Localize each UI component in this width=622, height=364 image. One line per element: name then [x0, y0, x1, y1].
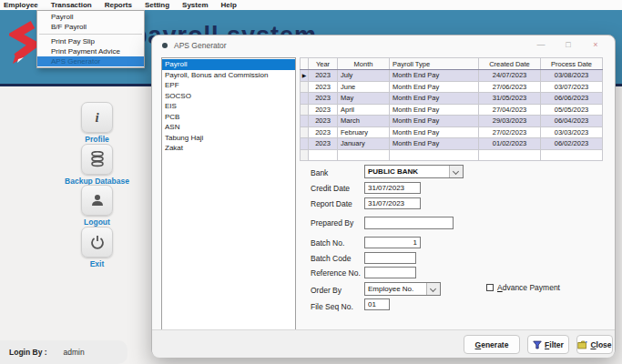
cell-month: June [338, 81, 390, 93]
cell-month: July [338, 70, 390, 82]
cell-payroll-type: Month End Pay [390, 138, 479, 150]
database-icon [90, 151, 105, 167]
advance-payment-label: Advance Payment [497, 283, 560, 292]
chevron-down-icon[interactable] [449, 166, 463, 177]
cell-year: 2023 [309, 104, 338, 116]
row-selector-header [301, 58, 309, 70]
list-item-payroll[interactable]: Payroll [162, 59, 295, 70]
col-year: Year [309, 58, 338, 70]
menu-item-print-payment-advice[interactable]: Print Payment Advice [37, 46, 144, 56]
app-icon [162, 43, 168, 48]
menu-item-aps-generator[interactable]: APS Generator [37, 56, 144, 66]
close-icon[interactable]: × [587, 38, 604, 51]
table-row[interactable]: 2023 March Month End Pay 29/03/2023 06/0… [301, 116, 603, 127]
menu-bar: Employee Transaction Reports Setting Sys… [0, 0, 622, 10]
dialog-footer: Generate Filter Close [152, 329, 615, 358]
order-by-select[interactable]: Employee No. [364, 282, 441, 296]
profile-button[interactable]: i [81, 102, 113, 133]
aps-generator-dialog: APS Generator — □ × Payroll Payroll, Bon… [151, 35, 616, 357]
funnel-icon [533, 340, 542, 349]
maximize-icon[interactable]: □ [560, 38, 576, 51]
cell-payroll-type: Month End Pay [390, 116, 479, 127]
current-row-arrow-icon: ▶ [302, 73, 307, 78]
minimize-icon[interactable]: — [533, 38, 549, 51]
credit-date-field[interactable] [364, 182, 421, 194]
menu-system[interactable]: System [182, 1, 208, 9]
list-item-socso[interactable]: SOCSO [162, 91, 295, 102]
dialog-titlebar[interactable]: APS Generator — □ × [152, 35, 615, 56]
chevron-down-icon[interactable] [426, 283, 440, 295]
backup-database-button[interactable] [81, 144, 113, 175]
batch-code-field[interactable] [364, 252, 416, 264]
dialog-title: APS Generator [174, 41, 227, 50]
list-item-eis[interactable]: EIS [162, 101, 295, 112]
col-created-date: Created Date [479, 58, 541, 70]
table-row[interactable]: 2023 June Month End Pay 27/06/2023 03/07… [301, 81, 603, 93]
cell-payroll-type: Month End Pay [390, 93, 479, 105]
prepared-by-label: Prepared By [311, 218, 353, 228]
cell-year: 2023 [309, 93, 338, 105]
logout-label: Logout [33, 217, 161, 227]
col-process-date: Process Date [541, 58, 603, 70]
cell-process-date: 03/07/2023 [541, 81, 603, 93]
list-item-epf[interactable]: EPF [162, 80, 295, 91]
cell-created-date: 27/06/2023 [479, 81, 541, 93]
exit-label: Exit [33, 259, 161, 268]
cell-process-date: 03/03/2023 [541, 126, 603, 138]
cell-payroll-type: Month End Pay [390, 70, 479, 82]
file-seq-no-field[interactable] [364, 298, 390, 310]
list-item-tabung-haji[interactable]: Tabung Haji [162, 133, 295, 144]
menu-help[interactable]: Help [221, 1, 237, 9]
batch-code-label: Batch Code [311, 254, 351, 263]
table-row[interactable]: 2023 April Month End Pay 27/04/2023 05/0… [301, 104, 603, 116]
user-icon [90, 193, 105, 207]
table-row[interactable]: 2023 January Month End Pay 01/02/2023 06… [301, 138, 603, 150]
filter-button[interactable]: Filter [527, 335, 569, 354]
cell-created-date: 29/03/2023 [479, 116, 541, 127]
close-button[interactable]: Close [576, 335, 613, 354]
batch-no-field[interactable] [364, 237, 421, 248]
advance-payment-option: Advance Payment [486, 283, 560, 292]
cell-year: 2023 [309, 138, 338, 150]
order-by-label: Order By [311, 286, 342, 295]
generate-button[interactable]: Generate [464, 335, 520, 354]
advance-payment-checkbox[interactable] [486, 284, 494, 291]
transaction-dropdown-menu: Payroll B/F Payroll Print Pay Slip Print… [36, 10, 145, 68]
cell-year: 2023 [309, 70, 338, 82]
menu-transaction[interactable]: Transaction [51, 1, 92, 9]
power-icon [90, 235, 105, 249]
file-seq-no-label: File Seq No. [311, 302, 353, 311]
list-item-pcb[interactable]: PCB [162, 112, 295, 123]
table-row-empty [301, 149, 603, 161]
cell-created-date: 27/02/2023 [479, 126, 541, 138]
list-item-payroll-bonus-commission[interactable]: Payroll, Bonus and Commission [162, 70, 295, 81]
exit-button[interactable] [81, 227, 113, 258]
batch-no-label: Batch No. [311, 238, 344, 248]
credit-date-label: Credit Date [311, 184, 350, 193]
menu-item-print-pay-slip[interactable]: Print Pay Slip [37, 36, 144, 46]
cell-created-date: 01/02/2023 [479, 138, 541, 150]
cell-month: February [338, 126, 390, 138]
bank-value: PUBLIC BANK [365, 166, 449, 177]
menu-separator [39, 34, 142, 35]
bank-select[interactable]: PUBLIC BANK [364, 165, 464, 178]
cell-process-date: 06/02/2023 [541, 138, 603, 150]
prepared-by-field[interactable] [364, 217, 454, 229]
col-month: Month [338, 58, 390, 70]
report-date-field[interactable] [364, 197, 421, 209]
cell-created-date: 27/04/2023 [479, 104, 541, 116]
menu-item-bf-payroll[interactable]: B/F Payroll [37, 22, 144, 32]
table-row[interactable]: 2023 May Month End Pay 31/05/2023 06/06/… [301, 93, 603, 105]
reference-no-field[interactable] [364, 267, 416, 278]
table-row[interactable]: ▶ 2023 July Month End Pay 24/07/2023 03/… [301, 70, 603, 82]
logout-button[interactable] [81, 185, 113, 216]
table-row[interactable]: 2023 February Month End Pay 27/02/2023 0… [301, 126, 603, 138]
report-date-label: Report Date [311, 199, 352, 208]
menu-item-payroll[interactable]: Payroll [37, 12, 144, 22]
menu-employee[interactable]: Employee [4, 1, 38, 9]
list-item-zakat[interactable]: Zakat [162, 143, 295, 154]
cell-payroll-type: Month End Pay [390, 104, 479, 116]
menu-setting[interactable]: Setting [145, 1, 169, 9]
menu-reports[interactable]: Reports [105, 1, 132, 9]
list-item-asn[interactable]: ASN [162, 122, 295, 133]
